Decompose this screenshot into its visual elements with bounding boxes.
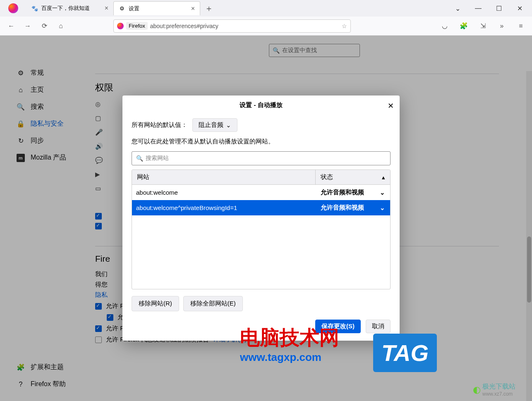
new-tab-button[interactable]: ＋ [203,2,215,14]
status-value: 允许音频和视频 [321,189,364,196]
tab-baidu[interactable]: 🐾 百度一下，你就知道 × [26,1,113,15]
bookmark-star-icon[interactable]: ☆ [342,23,347,29]
modal-title: 设置 - 自动播放 [240,101,282,109]
pin-icon[interactable]: ⇲ [477,21,488,31]
menu-icon[interactable]: ≡ [515,21,526,31]
sort-up-icon: ▴ [382,174,385,181]
th-status[interactable]: 状态▴ [316,173,390,181]
close-button[interactable]: ✕ [515,4,524,12]
remove-all-button[interactable]: 移除全部网站(E) [183,296,243,311]
firefox-icon [117,23,124,29]
chevron-down-icon: ⌄ [380,189,385,196]
default-value-dropdown[interactable]: 阻止音频⌄ [192,118,237,132]
remove-site-button[interactable]: 移除网站(R) [132,296,179,311]
overflow-icon[interactable]: » [496,21,507,31]
search-icon: 🔍 [136,155,143,162]
watermark-url: www.tagxp.com [240,351,339,364]
search-placeholder: 搜索网站 [146,155,169,162]
site-search-input[interactable]: 🔍搜索网站 [132,151,391,165]
table-header: 网站 状态▴ [132,170,390,185]
watermark-text: 电脑技术网 [240,325,339,351]
status-dropdown[interactable]: 允许音频和视频⌄ [316,189,390,196]
close-icon[interactable]: ✕ [388,101,394,110]
site-cell: about:welcome [132,189,316,196]
th-status-label: 状态 [321,173,333,181]
navbar: ← → ⟳ ⌂ Firefox about:preferences#privac… [0,17,532,36]
default-label: 所有网站的默认值： [132,121,187,129]
home-button[interactable]: ⌂ [55,21,66,31]
site-cell: about:welcome^privateBrowsingId=1 [132,204,316,211]
status-value: 允许音频和视频 [321,204,364,212]
maximize-button[interactable]: ☐ [495,4,503,12]
watermark-url: www.xz7.com [482,391,515,397]
urlbar-identity: Firefox [126,22,148,30]
th-site[interactable]: 网站 [132,170,316,184]
firefox-logo [8,3,18,13]
modal-desc: 您可以在此处管理不遵从默认自动播放设置的网站。 [132,138,391,146]
watermark-xz7: ◐ 极光下载站 www.xz7.com [473,382,515,397]
close-icon[interactable]: × [105,5,108,12]
pocket-icon[interactable]: ◡ [439,21,450,31]
url-bar[interactable]: Firefox about:preferences#privacy ☆ [113,19,351,33]
titlebar: 🐾 百度一下，你就知道 × ⚙ 设置 × ＋ ⌄ ― ☐ ✕ [0,0,532,17]
watermark-tag: TAG [373,334,437,372]
reload-button[interactable]: ⟳ [39,21,50,31]
globe-icon: ◐ [473,384,481,395]
chevron-down-icon: ⌄ [226,122,231,129]
extensions-icon[interactable]: 🧩 [458,21,469,31]
chevron-down-icon[interactable]: ⌄ [453,4,462,12]
watermark-tagxp: 电脑技术网 www.tagxp.com [240,325,339,364]
watermark-text: 极光下载站 [482,382,515,391]
cancel-button[interactable]: 取消 [366,320,391,333]
tab-label: 设置 [129,5,139,12]
urlbar-text: about:preferences#privacy [150,23,339,29]
minimize-button[interactable]: ― [474,4,482,12]
chevron-down-icon: ⌄ [380,204,385,212]
back-button[interactable]: ← [6,21,17,31]
close-icon[interactable]: × [191,5,195,12]
tab-label: 百度一下，你就知道 [41,5,90,12]
table-row[interactable]: about:welcome 允许音频和视频⌄ [132,185,390,200]
paw-icon: 🐾 [31,5,38,12]
site-table: 网站 状态▴ about:welcome 允许音频和视频⌄ about:welc… [132,169,391,289]
tab-settings[interactable]: ⚙ 设置 × [113,1,200,15]
autoplay-settings-modal: 设置 - 自动播放 ✕ 所有网站的默认值： 阻止音频⌄ 您可以在此处管理不遵从默… [122,95,400,341]
status-dropdown[interactable]: 允许音频和视频⌄ [316,204,390,212]
gear-icon: ⚙ [119,5,125,12]
dropdown-value: 阻止音频 [199,121,223,129]
forward-button[interactable]: → [22,21,33,31]
table-row[interactable]: about:welcome^privateBrowsingId=1 允许音频和视… [132,200,390,215]
